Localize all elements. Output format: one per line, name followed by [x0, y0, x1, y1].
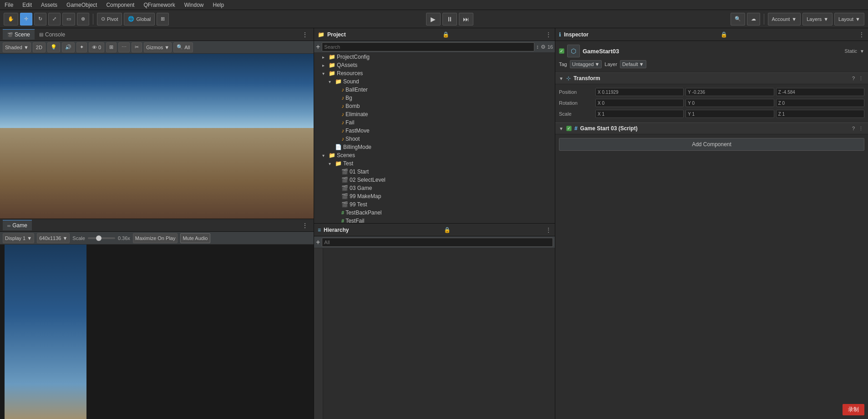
inspector-active-checkbox[interactable]: ✓ — [559, 48, 564, 54]
step-button[interactable]: ⏭ — [459, 13, 473, 26]
project-tree-item-resources[interactable]: ▾📁Resources — [314, 69, 555, 77]
project-tree-item-99test[interactable]: 🎬99 Test — [314, 200, 555, 209]
project-search[interactable] — [322, 42, 534, 51]
resolution-dropdown[interactable]: 640x1136 ▼ — [37, 233, 70, 243]
add-hierarchy-btn[interactable]: + — [316, 238, 320, 246]
pos-y-field[interactable]: Y -0.236 — [685, 88, 774, 96]
scale-x-field[interactable]: X 1 — [595, 110, 684, 118]
project-tree-item-01start[interactable]: 🎬01 Start — [314, 168, 555, 176]
project-tree-item-03game[interactable]: 🎬03 Game — [314, 184, 555, 192]
project-tree-item-sound[interactable]: ▾📁Sound — [314, 77, 555, 86]
project-tree-item-billingmode[interactable]: 📄BillingMode — [314, 143, 555, 151]
project-tree-item-testfail[interactable]: #TestFail — [314, 217, 555, 223]
scale-thumb[interactable] — [96, 235, 102, 241]
project-tree-item-fail[interactable]: ♪Fail — [314, 118, 555, 127]
display-dropdown[interactable]: Display 1 ▼ — [3, 233, 34, 243]
tool-transform[interactable]: ⊕ — [77, 13, 89, 26]
audio-btn[interactable]: 🔊 — [62, 42, 75, 52]
tag-dropdown[interactable]: Untagged ▼ — [570, 60, 602, 68]
icon-sort[interactable]: ↕ — [536, 44, 539, 50]
scale-z-field[interactable]: Z 1 — [776, 110, 864, 118]
rot-z-field[interactable]: Z 0 — [776, 99, 864, 107]
static-arrow[interactable]: ▼ — [860, 49, 864, 54]
project-tree-item-test-folder[interactable]: ▾📁Test — [314, 159, 555, 168]
scene-panel-menu[interactable]: ⋮ — [299, 30, 311, 39]
search-btn[interactable]: 🔍 — [731, 13, 745, 26]
hierarchy-lock[interactable]: 🔒 — [444, 227, 451, 233]
grid-btn[interactable]: ⊞ — [157, 13, 169, 26]
project-tree-item-bg-audio[interactable]: ♪Bg — [314, 94, 555, 102]
project-lock[interactable]: 🔒 — [442, 31, 449, 38]
fx-btn[interactable]: ✦ — [76, 42, 87, 52]
lighting-btn[interactable]: 💡 — [47, 42, 60, 52]
scale-slider[interactable] — [88, 237, 115, 239]
pivot-btn[interactable]: ⊙ Pivot — [97, 13, 122, 26]
menu-qframework[interactable]: QFramework — [142, 1, 177, 9]
rot-y-field[interactable]: Y 0 — [685, 99, 774, 107]
add-component-button[interactable]: Add Component — [559, 138, 864, 151]
pause-button[interactable]: ⏸ — [442, 13, 457, 26]
project-tree-item-fastmove[interactable]: ♪FastMove — [314, 127, 555, 135]
menu-component[interactable]: Component — [104, 1, 136, 9]
scissors-btn[interactable]: ✂ — [132, 42, 142, 52]
global-btn[interactable]: 🌐 Global — [124, 13, 155, 26]
project-tree-item-99makemap[interactable]: 🎬99 MakeMap — [314, 192, 555, 200]
project-tree-item-projectconfig[interactable]: ▸📁ProjectConfig — [314, 53, 555, 61]
hierarchy-search[interactable] — [322, 238, 553, 247]
project-tree-item-qaassets[interactable]: ▸📁QAssets — [314, 61, 555, 69]
tool-move[interactable]: ✛ — [20, 13, 32, 26]
layout-btn[interactable]: Layout ▼ — [834, 13, 864, 26]
menu-window[interactable]: Window — [183, 1, 206, 9]
inspector-lock[interactable]: 🔒 — [721, 31, 727, 38]
maximize-btn[interactable]: Maximize On Play — [133, 233, 178, 243]
project-tree-item-shoot[interactable]: ♪Shoot — [314, 135, 555, 143]
layers-btn[interactable]: Layers ▼ — [802, 13, 832, 26]
scale-y-field[interactable]: Y 1 — [685, 110, 774, 118]
count-btn[interactable]: 👁 0 — [89, 42, 104, 52]
play-button[interactable]: ▶ — [426, 13, 441, 26]
icon-filter[interactable]: ⚙ — [541, 44, 546, 50]
tool-rect[interactable]: ▭ — [62, 13, 75, 26]
tab-console[interactable]: ▤ Console — [35, 30, 70, 40]
record-button[interactable]: 录制 — [843, 404, 864, 415]
tab-scene[interactable]: 🎬 Scene — [3, 29, 35, 40]
project-tree-item-scenes[interactable]: ▾📁Scenes — [314, 151, 555, 159]
tab-game[interactable]: ∞ Game — [3, 220, 32, 230]
mute-btn[interactable]: Mute Audio — [180, 233, 210, 243]
project-tree-item-ballenter[interactable]: ♪BallEnter — [314, 86, 555, 94]
project-tree-item-eliminate[interactable]: ♪Eliminate — [314, 110, 555, 118]
rot-x-field[interactable]: X 0 — [595, 99, 684, 107]
menu-gameobject[interactable]: GameObject — [65, 1, 99, 9]
grid-scene-btn[interactable]: ⊞ — [106, 42, 117, 52]
tool-rotate[interactable]: ↻ — [34, 13, 46, 26]
transform-settings[interactable]: ⋮ — [858, 76, 864, 82]
hierarchy-menu[interactable]: ⋮ — [546, 227, 551, 233]
project-tree-item-testbackpanel[interactable]: #TestBackPanel — [314, 209, 555, 217]
2d-toggle[interactable]: 2D — [33, 42, 46, 52]
game-panel-menu[interactable]: ⋮ — [299, 221, 311, 230]
menu-file[interactable]: File — [3, 1, 15, 9]
tool-hand[interactable]: ✋ — [4, 13, 18, 26]
menu-help[interactable]: Help — [211, 1, 226, 9]
script-help[interactable]: ? — [851, 126, 856, 131]
menu-edit[interactable]: Edit — [20, 1, 34, 9]
project-tree-item-bomb[interactable]: ♪Bomb — [314, 102, 555, 110]
add-project-btn[interactable]: + — [316, 43, 320, 51]
pos-x-field[interactable]: X 0.11929 — [595, 88, 684, 96]
transform-help[interactable]: ? — [851, 76, 856, 81]
account-btn[interactable]: Account ▼ — [768, 13, 801, 26]
search-scene-btn[interactable]: 🔍 All — [173, 42, 193, 52]
pos-z-field[interactable]: Z -4.584 — [776, 88, 864, 96]
script-settings[interactable]: ⋮ — [858, 126, 864, 132]
project-menu[interactable]: ⋮ — [546, 31, 551, 38]
gizmos-dropdown[interactable]: Gizmos ▼ — [144, 42, 172, 52]
inspector-menu[interactable]: ⋮ — [859, 31, 864, 38]
tool-scale[interactable]: ⤢ — [48, 13, 61, 26]
transform-header[interactable]: ▼ ⊹ Transform ? ⋮ — [555, 72, 868, 84]
script-header[interactable]: ▼ ✓ # Game Start 03 (Script) ? ⋮ — [555, 123, 868, 134]
cloud-btn[interactable]: ☁ — [747, 13, 760, 26]
inspector-obj-name[interactable]: GameStart03 — [583, 48, 842, 55]
menu-assets[interactable]: Assets — [39, 1, 59, 9]
more-scene-btn[interactable]: ⋯ — [118, 42, 130, 52]
project-tree-item-02selectlevel[interactable]: 🎬02 SelectLevel — [314, 176, 555, 184]
